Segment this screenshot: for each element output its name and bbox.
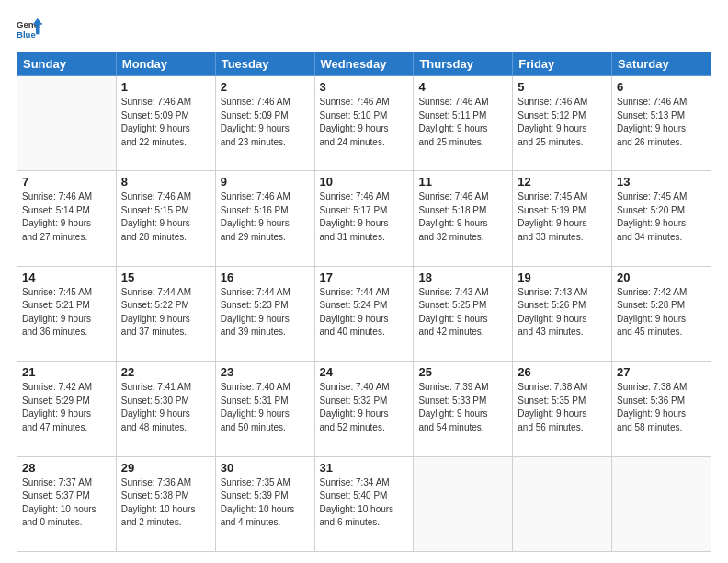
cell-info: Sunrise: 7:46 AMSunset: 5:18 PMDaylight:… <box>418 190 507 244</box>
day-number: 6 <box>617 80 706 94</box>
day-number: 4 <box>418 80 507 94</box>
svg-text:Blue: Blue <box>17 29 36 40</box>
cell-info: Sunrise: 7:34 AMSunset: 5:40 PMDaylight:… <box>320 477 409 530</box>
day-number: 16 <box>221 270 310 284</box>
calendar-cell: 18Sunrise: 7:43 AMSunset: 5:25 PMDayligh… <box>414 266 513 361</box>
cell-info: Sunrise: 7:46 AMSunset: 5:17 PMDaylight:… <box>320 190 409 244</box>
day-number: 19 <box>518 270 607 284</box>
day-number: 30 <box>221 461 310 475</box>
cell-info: Sunrise: 7:45 AMSunset: 5:19 PMDaylight:… <box>518 190 607 244</box>
weekday-header-wednesday: Wednesday <box>314 52 414 76</box>
week-row-1: 1Sunrise: 7:46 AMSunset: 5:09 PMDaylight… <box>17 76 711 171</box>
calendar-cell: 24Sunrise: 7:40 AMSunset: 5:32 PMDayligh… <box>314 362 414 456</box>
week-row-3: 14Sunrise: 7:45 AMSunset: 5:21 PMDayligh… <box>17 266 711 361</box>
cell-info: Sunrise: 7:46 AMSunset: 5:16 PMDaylight:… <box>221 190 310 244</box>
day-number: 10 <box>320 175 409 189</box>
cell-info: Sunrise: 7:46 AMSunset: 5:15 PMDaylight:… <box>121 190 210 244</box>
cell-info: Sunrise: 7:35 AMSunset: 5:39 PMDaylight:… <box>221 477 310 530</box>
day-number: 13 <box>617 175 706 189</box>
day-number: 27 <box>617 365 706 379</box>
calendar-cell: 26Sunrise: 7:38 AMSunset: 5:35 PMDayligh… <box>513 362 612 456</box>
weekday-header-sunday: Sunday <box>17 52 117 76</box>
day-number: 21 <box>22 365 111 379</box>
day-number: 7 <box>22 175 111 189</box>
day-number: 11 <box>418 175 507 189</box>
calendar-cell: 13Sunrise: 7:45 AMSunset: 5:20 PMDayligh… <box>612 171 711 266</box>
calendar-cell: 19Sunrise: 7:43 AMSunset: 5:26 PMDayligh… <box>513 266 612 361</box>
day-number: 24 <box>320 365 409 379</box>
cell-info: Sunrise: 7:41 AMSunset: 5:30 PMDaylight:… <box>121 381 210 434</box>
cell-info: Sunrise: 7:46 AMSunset: 5:10 PMDaylight:… <box>320 96 409 149</box>
day-number: 8 <box>121 175 210 189</box>
calendar-cell: 10Sunrise: 7:46 AMSunset: 5:17 PMDayligh… <box>314 171 414 266</box>
cell-info: Sunrise: 7:46 AMSunset: 5:11 PMDaylight:… <box>418 96 507 149</box>
day-number: 17 <box>320 270 409 284</box>
day-number: 25 <box>418 365 507 379</box>
calendar-cell: 31Sunrise: 7:34 AMSunset: 5:40 PMDayligh… <box>314 456 414 551</box>
cell-info: Sunrise: 7:44 AMSunset: 5:22 PMDaylight:… <box>121 286 210 339</box>
day-number: 22 <box>121 365 210 379</box>
cell-info: Sunrise: 7:45 AMSunset: 5:21 PMDaylight:… <box>22 286 111 339</box>
cell-info: Sunrise: 7:44 AMSunset: 5:23 PMDaylight:… <box>221 286 310 339</box>
calendar-cell: 30Sunrise: 7:35 AMSunset: 5:39 PMDayligh… <box>215 456 314 551</box>
day-number: 5 <box>518 80 607 94</box>
day-number: 15 <box>121 270 210 284</box>
calendar-cell <box>414 456 513 551</box>
day-number: 2 <box>221 80 310 94</box>
cell-info: Sunrise: 7:45 AMSunset: 5:20 PMDaylight:… <box>617 190 706 244</box>
calendar-cell: 23Sunrise: 7:40 AMSunset: 5:31 PMDayligh… <box>215 362 314 456</box>
day-number: 20 <box>617 270 706 284</box>
cell-info: Sunrise: 7:43 AMSunset: 5:26 PMDaylight:… <box>518 286 607 339</box>
day-number: 31 <box>320 461 409 475</box>
calendar-cell: 12Sunrise: 7:45 AMSunset: 5:19 PMDayligh… <box>513 171 612 266</box>
cell-info: Sunrise: 7:46 AMSunset: 5:14 PMDaylight:… <box>22 190 111 244</box>
day-number: 29 <box>121 461 210 475</box>
day-number: 18 <box>418 270 507 284</box>
calendar-cell: 1Sunrise: 7:46 AMSunset: 5:09 PMDaylight… <box>116 76 215 171</box>
calendar-cell: 5Sunrise: 7:46 AMSunset: 5:12 PMDaylight… <box>513 76 612 171</box>
cell-info: Sunrise: 7:39 AMSunset: 5:33 PMDaylight:… <box>418 381 507 434</box>
weekday-header-monday: Monday <box>116 52 215 76</box>
day-number: 26 <box>518 365 607 379</box>
day-number: 3 <box>320 80 409 94</box>
cell-info: Sunrise: 7:42 AMSunset: 5:29 PMDaylight:… <box>22 381 111 434</box>
cell-info: Sunrise: 7:46 AMSunset: 5:09 PMDaylight:… <box>121 96 210 149</box>
calendar-cell: 15Sunrise: 7:44 AMSunset: 5:22 PMDayligh… <box>116 266 215 361</box>
cell-info: Sunrise: 7:42 AMSunset: 5:28 PMDaylight:… <box>617 286 706 339</box>
day-number: 23 <box>221 365 310 379</box>
calendar-cell: 14Sunrise: 7:45 AMSunset: 5:21 PMDayligh… <box>17 266 117 361</box>
cell-info: Sunrise: 7:38 AMSunset: 5:36 PMDaylight:… <box>617 381 706 434</box>
day-number: 28 <box>22 461 111 475</box>
weekday-header-friday: Friday <box>513 52 612 76</box>
calendar-cell <box>513 456 612 551</box>
cell-info: Sunrise: 7:37 AMSunset: 5:37 PMDaylight:… <box>22 477 111 530</box>
calendar-cell: 7Sunrise: 7:46 AMSunset: 5:14 PMDaylight… <box>17 171 117 266</box>
week-row-5: 28Sunrise: 7:37 AMSunset: 5:37 PMDayligh… <box>17 456 711 551</box>
calendar-cell: 6Sunrise: 7:46 AMSunset: 5:13 PMDaylight… <box>612 76 711 171</box>
calendar-cell: 17Sunrise: 7:44 AMSunset: 5:24 PMDayligh… <box>314 266 414 361</box>
logo-icon: General Blue <box>17 17 42 42</box>
calendar-cell: 4Sunrise: 7:46 AMSunset: 5:11 PMDaylight… <box>414 76 513 171</box>
calendar-table: SundayMondayTuesdayWednesdayThursdayFrid… <box>17 52 711 552</box>
cell-info: Sunrise: 7:46 AMSunset: 5:13 PMDaylight:… <box>617 96 706 149</box>
logo: General Blue <box>17 17 42 42</box>
calendar-cell: 21Sunrise: 7:42 AMSunset: 5:29 PMDayligh… <box>17 362 117 456</box>
calendar-cell: 9Sunrise: 7:46 AMSunset: 5:16 PMDaylight… <box>215 171 314 266</box>
cell-info: Sunrise: 7:46 AMSunset: 5:09 PMDaylight:… <box>221 96 310 149</box>
weekday-header-tuesday: Tuesday <box>215 52 314 76</box>
cell-info: Sunrise: 7:40 AMSunset: 5:31 PMDaylight:… <box>221 381 310 434</box>
calendar-cell: 27Sunrise: 7:38 AMSunset: 5:36 PMDayligh… <box>612 362 711 456</box>
calendar-cell: 8Sunrise: 7:46 AMSunset: 5:15 PMDaylight… <box>116 171 215 266</box>
calendar-cell: 22Sunrise: 7:41 AMSunset: 5:30 PMDayligh… <box>116 362 215 456</box>
calendar-cell: 20Sunrise: 7:42 AMSunset: 5:28 PMDayligh… <box>612 266 711 361</box>
day-number: 14 <box>22 270 111 284</box>
weekday-header-row: SundayMondayTuesdayWednesdayThursdayFrid… <box>17 52 711 76</box>
calendar-cell <box>17 76 117 171</box>
calendar-cell: 11Sunrise: 7:46 AMSunset: 5:18 PMDayligh… <box>414 171 513 266</box>
calendar-cell: 3Sunrise: 7:46 AMSunset: 5:10 PMDaylight… <box>314 76 414 171</box>
cell-info: Sunrise: 7:36 AMSunset: 5:38 PMDaylight:… <box>121 477 210 530</box>
calendar-cell: 25Sunrise: 7:39 AMSunset: 5:33 PMDayligh… <box>414 362 513 456</box>
calendar-cell: 2Sunrise: 7:46 AMSunset: 5:09 PMDaylight… <box>215 76 314 171</box>
cell-info: Sunrise: 7:43 AMSunset: 5:25 PMDaylight:… <box>418 286 507 339</box>
weekday-header-thursday: Thursday <box>414 52 513 76</box>
